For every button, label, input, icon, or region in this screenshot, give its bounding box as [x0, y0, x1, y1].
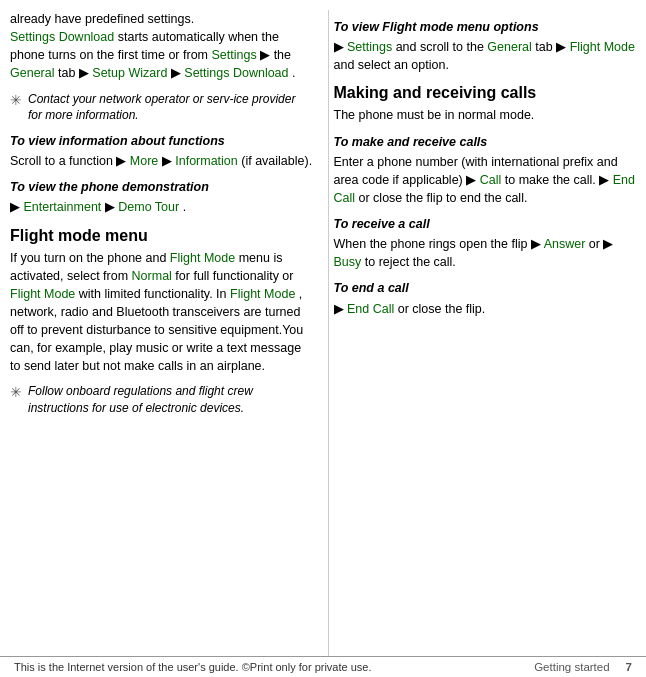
- view-settings-link[interactable]: Settings: [347, 40, 392, 54]
- flight-link2[interactable]: Flight Mode: [10, 287, 75, 301]
- intro-text: already have predefined settings.: [10, 12, 194, 26]
- footer-copyright: This is the Internet version of the user…: [14, 661, 372, 673]
- view-body3: tab ▶: [535, 40, 569, 54]
- intro-paragraph: already have predefined settings. Settin…: [10, 10, 313, 83]
- intro4-text: .: [292, 66, 295, 80]
- note-text-1: Contact your network operator or serv-ic…: [28, 91, 313, 125]
- flight-link1[interactable]: Flight Mode: [170, 251, 235, 265]
- flight-p1a: If you turn on the phone and: [10, 251, 170, 265]
- footer: This is the Internet version of the user…: [0, 656, 646, 677]
- note-icon-1: ✳: [10, 92, 22, 108]
- calls-heading: Making and receiving calls: [334, 84, 637, 102]
- end-body1: ▶: [334, 302, 347, 316]
- receive-body1: When the phone rings open the flip ▶: [334, 237, 544, 251]
- footer-page: 7: [626, 661, 632, 673]
- func-arrow: ▶: [162, 154, 175, 168]
- receive-paragraph: When the phone rings open the flip ▶ Ans…: [334, 235, 637, 271]
- view-paragraph: ▶ Settings and scroll to the General tab…: [334, 38, 637, 74]
- intro3-text: tab ▶: [58, 66, 92, 80]
- note-text-2: Follow onboard regulations and flight cr…: [28, 383, 313, 417]
- flight-link3[interactable]: Flight Mode: [230, 287, 295, 301]
- func-info-link[interactable]: Information: [175, 154, 238, 168]
- flight-p1d: with limited functionality. In: [79, 287, 230, 301]
- setup-link[interactable]: Setup Wizard: [92, 66, 167, 80]
- receive-answer-link[interactable]: Answer: [544, 237, 586, 251]
- func-heading: To view information about functions: [10, 132, 313, 150]
- receive-body3: to reject the call.: [365, 255, 456, 269]
- left-column: already have predefined settings. Settin…: [10, 10, 318, 656]
- settings-link[interactable]: Settings: [212, 48, 257, 62]
- end-call-link[interactable]: End Call: [347, 302, 394, 316]
- page: already have predefined settings. Settin…: [0, 0, 646, 677]
- flight-heading: Flight mode menu: [10, 227, 313, 245]
- end-body2: or close the flip.: [398, 302, 486, 316]
- calls-sub: The phone must be in normal mode.: [334, 106, 637, 124]
- make-paragraph: Enter a phone number (with international…: [334, 153, 637, 207]
- right-column: To view Flight mode menu options ▶ Setti…: [328, 10, 637, 656]
- footer-right: Getting started 7: [534, 661, 632, 673]
- content-area: already have predefined settings. Settin…: [0, 10, 646, 656]
- demo-body2: .: [183, 200, 186, 214]
- footer-section: Getting started: [534, 661, 609, 673]
- settings-dl2-link[interactable]: Settings Download: [184, 66, 288, 80]
- note-icon-2: ✳: [10, 384, 22, 400]
- flight-paragraph: If you turn on the phone and Flight Mode…: [10, 249, 313, 376]
- flight-normal-link[interactable]: Normal: [132, 269, 172, 283]
- view-general-link[interactable]: General: [487, 40, 531, 54]
- demo-tour-link[interactable]: Demo Tour: [118, 200, 179, 214]
- demo-arrow: ▶: [105, 200, 118, 214]
- note-1: ✳ Contact your network operator or serv-…: [10, 91, 313, 125]
- make-body2: to make the call. ▶: [505, 173, 613, 187]
- receive-body2: or ▶: [589, 237, 614, 251]
- settings-download-link[interactable]: Settings Download: [10, 30, 114, 44]
- end-paragraph: ▶ End Call or close the flip.: [334, 300, 637, 318]
- end-heading: To end a call: [334, 279, 637, 297]
- receive-busy-link[interactable]: Busy: [334, 255, 362, 269]
- make-body3: or close the flip to end the call.: [359, 191, 528, 205]
- func-body1: Scroll to a function ▶: [10, 154, 130, 168]
- func-paragraph: Scroll to a function ▶ More ▶ Informatio…: [10, 152, 313, 170]
- func-more-link[interactable]: More: [130, 154, 158, 168]
- flight-p1c: for full functionality or: [175, 269, 293, 283]
- make-call-link[interactable]: Call: [480, 173, 502, 187]
- view-heading: To view Flight mode menu options: [334, 18, 637, 36]
- func-body2: (if available).: [241, 154, 312, 168]
- view-body2: and scroll to the: [396, 40, 488, 54]
- note-2: ✳ Follow onboard regulations and flight …: [10, 383, 313, 417]
- view-body1: ▶: [334, 40, 347, 54]
- view-flight-link[interactable]: Flight Mode: [570, 40, 635, 54]
- demo-body1: ▶: [10, 200, 23, 214]
- demo-heading: To view the phone demonstration: [10, 178, 313, 196]
- demo-paragraph: ▶ Entertainment ▶ Demo Tour .: [10, 198, 313, 216]
- view-body4: and select an option.: [334, 58, 449, 72]
- arrow2-text: ▶: [171, 66, 184, 80]
- make-heading: To make and receive calls: [334, 133, 637, 151]
- receive-heading: To receive a call: [334, 215, 637, 233]
- demo-entertainment-link[interactable]: Entertainment: [23, 200, 101, 214]
- general-link[interactable]: General: [10, 66, 54, 80]
- arrow1-text: ▶ the: [260, 48, 291, 62]
